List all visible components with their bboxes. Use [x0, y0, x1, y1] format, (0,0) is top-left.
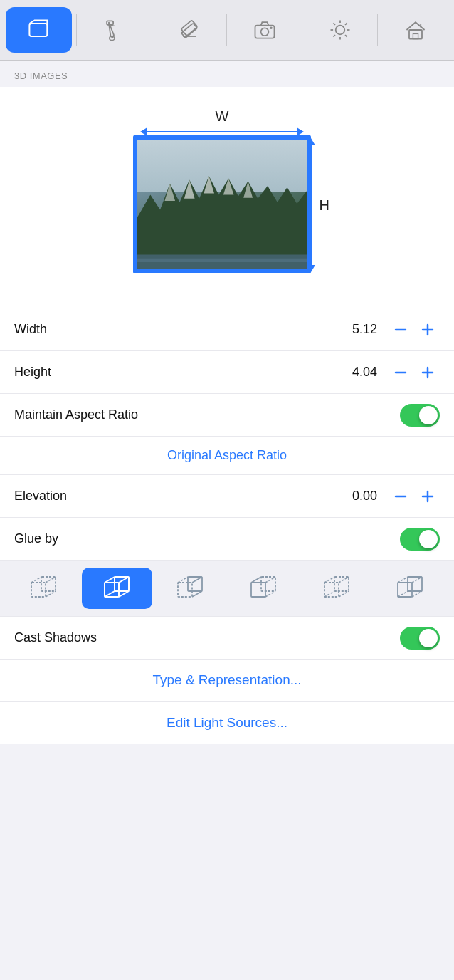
height-row: Height 4.04: [0, 351, 454, 394]
height-increment-button[interactable]: [416, 360, 440, 385]
svg-line-16: [333, 23, 335, 25]
glue-icon-6-button[interactable]: [375, 568, 445, 609]
section-title: 3D IMAGES: [14, 71, 68, 81]
svg-rect-68: [408, 577, 422, 591]
svg-line-65: [324, 591, 334, 597]
h-label: H: [320, 197, 329, 214]
svg-line-55: [192, 591, 202, 597]
toolbar-item-brush[interactable]: [81, 7, 147, 53]
svg-line-60: [265, 591, 275, 597]
svg-line-47: [105, 577, 115, 583]
toolbar-item-sun[interactable]: [307, 7, 373, 53]
elevation-decrement-button[interactable]: [389, 484, 413, 509]
toolbar-divider-3: [226, 14, 227, 46]
section-header: 3D IMAGES: [0, 61, 454, 87]
svg-point-10: [270, 27, 273, 30]
diagram-container: W H: [113, 101, 341, 286]
w-h-line: [147, 131, 297, 132]
toolbar-item-eraser[interactable]: [157, 7, 223, 53]
glue-icon-4-button[interactable]: [228, 568, 299, 609]
elevation-increment-button[interactable]: [416, 484, 440, 509]
elevation-value: 0.00: [352, 489, 377, 504]
preview-area: W H: [0, 87, 454, 308]
glue-icon-1-button[interactable]: [9, 568, 79, 609]
toolbar: [0, 0, 454, 61]
svg-rect-7: [181, 20, 197, 36]
svg-line-43: [46, 577, 56, 583]
width-value: 5.12: [352, 322, 377, 337]
svg-line-59: [265, 577, 275, 583]
toolbar-item-house[interactable]: [382, 7, 448, 53]
svg-rect-46: [115, 577, 129, 591]
svg-line-17: [345, 35, 347, 37]
svg-line-54: [192, 577, 202, 583]
height-decrement-button[interactable]: [389, 360, 413, 385]
svg-rect-62: [334, 577, 349, 591]
svg-line-50: [105, 591, 115, 597]
svg-line-58: [251, 577, 261, 583]
toolbar-divider-2: [152, 14, 152, 46]
svg-rect-52: [188, 577, 202, 591]
svg-line-66: [339, 591, 349, 597]
type-rep-row: Type & Representation...: [0, 660, 454, 702]
svg-rect-67: [398, 583, 412, 597]
svg-point-9: [260, 28, 268, 36]
svg-line-44: [46, 591, 56, 597]
width-increment-button[interactable]: [416, 318, 440, 342]
original-aspect-button[interactable]: Original Aspect Ratio: [167, 448, 287, 463]
maintain-aspect-row: Maintain Aspect Ratio: [0, 394, 454, 437]
height-label: Height: [14, 365, 352, 380]
svg-line-42: [31, 577, 41, 583]
elevation-label: Elevation: [14, 489, 352, 504]
edit-light-row: Edit Light Sources...: [0, 702, 454, 744]
svg-rect-56: [251, 583, 265, 597]
glue-icon-2-button[interactable]: [82, 568, 152, 609]
svg-rect-51: [178, 583, 192, 597]
toolbar-item-camera[interactable]: [231, 7, 297, 53]
width-label: Width: [14, 322, 352, 337]
svg-rect-61: [324, 583, 339, 597]
toolbar-item-3d[interactable]: [6, 7, 72, 53]
settings-section: Width 5.12 Height 4.04: [0, 308, 454, 744]
maintain-aspect-label: Maintain Aspect Ratio: [14, 407, 400, 422]
svg-point-11: [335, 26, 344, 35]
glue-by-toggle[interactable]: [400, 528, 440, 551]
width-decrement-button[interactable]: [389, 318, 413, 342]
svg-line-72: [412, 591, 422, 597]
svg-line-49: [119, 591, 129, 597]
toolbar-divider-5: [377, 14, 378, 46]
width-row: Width 5.12: [0, 308, 454, 351]
glue-icon-3-button[interactable]: [155, 568, 226, 609]
elevation-row: Elevation 0.00: [0, 475, 454, 518]
image-preview: [133, 135, 311, 273]
type-rep-button[interactable]: Type & Representation...: [152, 672, 301, 688]
cast-shadows-toggle[interactable]: [400, 627, 440, 650]
svg-rect-57: [261, 577, 275, 591]
cast-shadows-knob: [419, 629, 438, 647]
toolbar-divider-1: [76, 14, 77, 46]
cast-shadows-row: Cast Shadows: [0, 617, 454, 660]
svg-rect-45: [105, 583, 119, 597]
cast-shadows-label: Cast Shadows: [14, 630, 400, 645]
svg-line-63: [324, 577, 334, 583]
glue-icons-row: [0, 561, 454, 617]
glue-by-row: Glue by: [0, 518, 454, 561]
svg-rect-40: [31, 583, 46, 597]
glue-icon-5-button[interactable]: [302, 568, 372, 609]
svg-line-69: [398, 577, 408, 583]
svg-rect-21: [413, 33, 418, 38]
svg-rect-30: [137, 258, 307, 261]
svg-line-70: [412, 577, 422, 583]
svg-line-64: [339, 577, 349, 583]
svg-rect-0: [30, 24, 48, 36]
svg-rect-20: [409, 30, 422, 39]
w-label: W: [216, 108, 229, 125]
svg-rect-41: [41, 577, 56, 591]
maintain-aspect-toggle[interactable]: [400, 404, 440, 427]
edit-light-button[interactable]: Edit Light Sources...: [167, 715, 287, 731]
svg-rect-2: [107, 21, 113, 24]
svg-line-53: [178, 577, 188, 583]
height-value: 4.04: [352, 365, 377, 380]
svg-line-18: [345, 23, 347, 25]
image-inner: [137, 140, 307, 269]
